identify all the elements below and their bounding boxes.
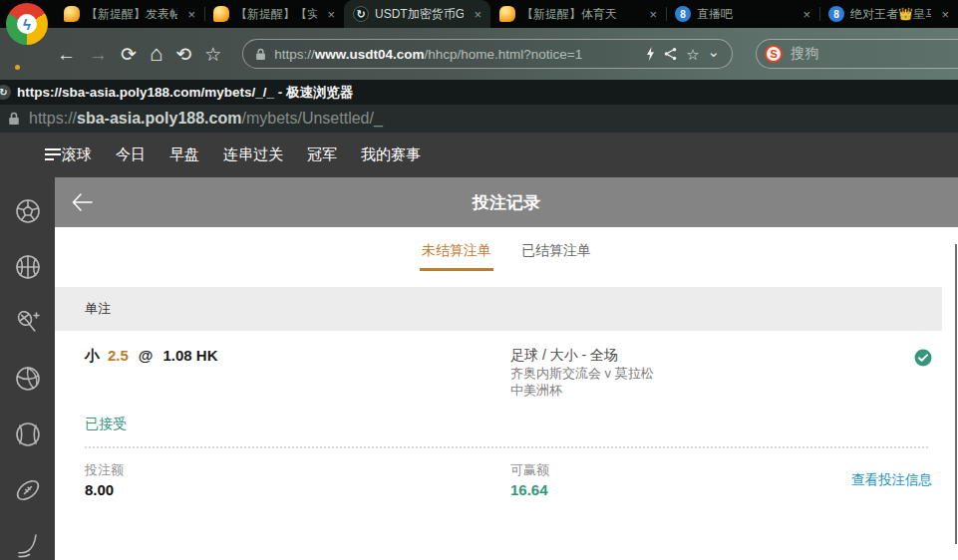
bet-tabs: 未结算注单 已结算注单 <box>55 227 958 271</box>
close-icon[interactable]: × <box>470 7 481 22</box>
odds-value: 1.08 HK <box>163 347 218 364</box>
notification-dot <box>15 65 20 70</box>
tennis-icon[interactable] <box>15 310 41 336</box>
nav-item-early[interactable]: 早盘 <box>169 145 199 164</box>
page-header: 投注记录 <box>55 177 958 227</box>
forum-icon <box>499 6 515 22</box>
nav-item-today[interactable]: 今日 <box>116 145 146 164</box>
lock-icon <box>255 48 266 61</box>
menu-icon[interactable] <box>45 148 61 163</box>
lock-icon <box>8 112 20 126</box>
stake-block: 投注额 8.00 <box>85 461 510 498</box>
tab-label: 【新提醒】发表帖 <box>86 6 177 23</box>
american-football-icon[interactable] <box>15 477 41 503</box>
nav-item-parlay[interactable]: 连串过关 <box>223 145 283 164</box>
share-icon[interactable] <box>663 47 678 61</box>
reload-button[interactable]: ⟳ <box>121 45 137 64</box>
forum-icon <box>64 6 80 22</box>
bet-records-content: 未结算注单 已结算注单 单注 小2.5@1.08 HK 足球 / 大小 - 全场… <box>55 227 958 560</box>
soccer-icon[interactable] <box>15 198 41 224</box>
sports-sidebar <box>0 177 55 560</box>
league-name: 中美洲杯 <box>510 383 914 399</box>
close-icon[interactable]: × <box>798 7 810 22</box>
basketball-icon[interactable] <box>15 254 41 280</box>
zhibo8-icon: 8 <box>828 6 844 22</box>
browser-tab-active[interactable]: ↻ USDT加密货币G × <box>344 0 490 28</box>
browser-tab[interactable]: 8 绝对王者👑皇马 × <box>819 0 958 28</box>
address-bar[interactable]: https://www.usdt04.com/hhcp/home.html?no… <box>242 39 733 69</box>
window-title: https://sba-asia.poly188.com/mybets/_/_ … <box>17 84 354 102</box>
browser-tab-bar: 【新提醒】发表帖 × 【新提醒】【实战 × ↻ USDT加密货币G × 【新提醒… <box>0 0 958 28</box>
stake-value: 8.00 <box>85 481 510 498</box>
zhibo8-icon: 8 <box>675 6 691 22</box>
tab-label: 绝对王者👑皇马 <box>850 6 931 23</box>
close-icon[interactable]: × <box>937 7 949 22</box>
overlay-address-bar[interactable]: https://sba-asia.poly188.com/mybets/Unse… <box>0 105 958 133</box>
status-badge: 已接受 <box>55 416 958 433</box>
baseball-icon[interactable] <box>15 421 41 447</box>
to-win-block: 可赢额 16.64 <box>510 461 851 498</box>
bet-row: 小2.5@1.08 HK 足球 / 大小 - 全场 齐奥内斯交流会 v 莫拉松 … <box>55 347 958 399</box>
to-win-value: 16.64 <box>510 481 851 498</box>
sogou-logo-icon: S <box>765 45 783 63</box>
forward-button[interactable]: → <box>89 45 108 64</box>
dotted-divider <box>85 446 928 448</box>
favorite-star-icon[interactable]: ☆ <box>686 47 699 62</box>
tab-settled[interactable]: 已结算注单 <box>519 240 593 271</box>
window-title-bar: ↻ https://sba-asia.poly188.com/mybets/_/… <box>0 80 958 105</box>
browser-tab[interactable]: 8 直播吧 × <box>666 0 819 28</box>
ice-hockey-icon[interactable] <box>15 533 41 559</box>
page-title: 投注记录 <box>55 191 958 214</box>
section-header-single: 单注 <box>55 287 942 331</box>
tab-label: 直播吧 <box>697 6 793 23</box>
usdt-site-icon: ↻ <box>353 6 369 22</box>
stake-label: 投注额 <box>85 461 510 479</box>
home-button[interactable]: ⌂ <box>150 43 162 65</box>
back-button[interactable]: ← <box>57 45 76 64</box>
url-text: https://sba-asia.poly188.com/mybets/Unse… <box>29 110 383 128</box>
market-name: 足球 / 大小 - 全场 <box>510 347 914 365</box>
nav-item-live[interactable]: 滚球 <box>62 145 92 164</box>
at-sign: @ <box>139 347 154 364</box>
search-box[interactable]: S 搜狗 <box>756 39 958 69</box>
accepted-check-icon <box>914 349 932 371</box>
sports-nav: 滚球 今日 早盘 连串过关 冠军 我的赛事 <box>0 133 958 177</box>
selection-name: 小 <box>85 347 100 364</box>
tab-unsettled[interactable]: 未结算注单 <box>420 240 493 271</box>
url-text: https://www.usdt04.com/hhcp/home.html?no… <box>274 45 638 63</box>
tab-label: 【新提醒】体育天 <box>521 6 639 23</box>
tab-label: USDT加密货币G <box>375 6 464 23</box>
close-icon[interactable]: × <box>323 7 335 22</box>
browser-tab[interactable]: 【新提醒】发表帖 × <box>55 0 204 28</box>
search-placeholder: 搜狗 <box>791 45 818 63</box>
close-icon[interactable]: × <box>183 7 195 22</box>
nav-item-my-events[interactable]: 我的赛事 <box>361 145 421 164</box>
bet-selection: 小2.5@1.08 HK <box>85 347 510 366</box>
browser-toolbar: ← → ⟳ ⌂ ⟲ ☆ https://www.usdt04.com/hhcp/… <box>0 28 958 80</box>
bookmark-star-icon[interactable]: ☆ <box>204 45 221 64</box>
volleyball-icon[interactable] <box>15 366 41 392</box>
bet-event-info: 足球 / 大小 - 全场 齐奥内斯交流会 v 莫拉松 中美洲杯 <box>510 347 914 399</box>
close-icon[interactable]: × <box>645 7 657 22</box>
tab-label: 【新提醒】【实战 <box>235 6 317 23</box>
to-win-label: 可赢额 <box>510 461 851 479</box>
nav-item-outright[interactable]: 冠军 <box>307 145 337 164</box>
site-favicon: ↻ <box>0 85 11 100</box>
restore-tab-button[interactable]: ⟲ <box>175 45 191 64</box>
lightning-icon[interactable] <box>646 47 655 61</box>
event-name: 齐奥内斯交流会 v 莫拉松 <box>510 366 914 382</box>
lightning-logo-glyph: ϟ <box>17 14 37 34</box>
selection-line: 2.5 <box>108 347 129 364</box>
browser-tab[interactable]: 【新提醒】【实战 × <box>204 0 344 28</box>
bet-stats-row: 投注额 8.00 可赢额 16.64 查看投注信息 <box>55 461 958 498</box>
chevron-down-icon[interactable]: ⌄ <box>708 44 721 59</box>
browser-tab[interactable]: 【新提醒】体育天 × <box>490 0 666 28</box>
scrollbar[interactable] <box>955 244 957 544</box>
view-bet-info-link[interactable]: 查看投注信息 <box>851 471 932 489</box>
forum-icon <box>213 6 229 22</box>
speed-browser-logo[interactable]: ϟ <box>6 3 48 45</box>
